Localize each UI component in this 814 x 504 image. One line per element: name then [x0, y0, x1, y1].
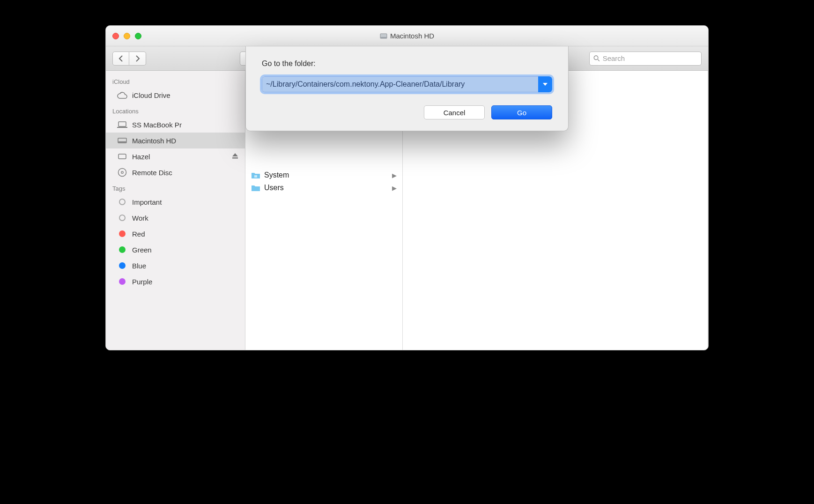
sidebar-item-label: SS MacBook Pr	[132, 121, 238, 129]
sidebar-section-tags: Tags	[106, 180, 245, 194]
forward-button[interactable]	[129, 52, 146, 66]
sidebar-tag-work[interactable]: Work	[106, 210, 245, 226]
sidebar-item-label: Green	[132, 246, 238, 254]
sidebar-tag-important[interactable]: Important	[106, 194, 245, 210]
sidebar-item-macintosh-hd[interactable]: Macintosh HD	[106, 133, 245, 148]
sidebar-tag-blue[interactable]: Blue	[106, 258, 245, 274]
sidebar-item-label: Blue	[132, 262, 238, 270]
nav-buttons	[112, 52, 146, 66]
disc-icon	[117, 167, 127, 178]
sidebar-item-label: Macintosh HD	[132, 137, 238, 145]
cloud-icon	[117, 90, 127, 100]
svg-rect-27	[118, 122, 126, 126]
sidebar-item-label: Work	[132, 214, 238, 222]
sidebar-tag-green[interactable]: Green	[106, 242, 245, 258]
titlebar: Macintosh HD	[106, 26, 708, 46]
harddrive-icon	[380, 32, 387, 40]
folder-icon	[251, 171, 260, 179]
window-title-text: Macintosh HD	[390, 32, 434, 40]
svg-rect-31	[118, 154, 126, 159]
tag-dot-icon	[117, 245, 127, 255]
folder-name: System	[264, 171, 289, 179]
svg-rect-35	[254, 175, 257, 178]
svg-rect-1	[381, 37, 386, 38]
button-label: Go	[517, 109, 526, 117]
minimize-window-button[interactable]	[124, 33, 130, 39]
path-input[interactable]	[262, 76, 538, 92]
sidebar-item-label: Remote Disc	[132, 169, 238, 177]
maximize-window-button[interactable]	[135, 33, 141, 39]
go-to-folder-dialog: Go to the folder: Cancel Go	[245, 46, 569, 131]
button-label: Cancel	[444, 109, 466, 117]
svg-rect-30	[118, 141, 126, 142]
svg-rect-28	[117, 127, 127, 128]
folder-name: Users	[264, 184, 284, 192]
folder-icon	[251, 184, 260, 192]
chevron-right-icon: ▶	[392, 172, 397, 179]
chevron-right-icon: ▶	[392, 185, 397, 192]
tag-dot-icon	[117, 229, 127, 239]
tag-dot-icon	[117, 197, 127, 207]
sidebar-item-remote-disc[interactable]: Remote Disc	[106, 164, 245, 180]
svg-point-34	[121, 171, 123, 173]
svg-rect-0	[380, 34, 387, 38]
svg-point-26	[594, 56, 598, 60]
sidebar-tag-red[interactable]: Red	[106, 226, 245, 242]
sidebar: iCloud iCloud Drive Locations SS MacBook…	[106, 71, 245, 350]
sidebar-item-label: Purple	[132, 278, 238, 286]
path-dropdown-button[interactable]	[538, 76, 552, 92]
sidebar-item-icloud-drive[interactable]: iCloud Drive	[106, 87, 245, 103]
window-title: Macintosh HD	[106, 32, 708, 40]
sidebar-item-hazel[interactable]: Hazel	[106, 148, 245, 164]
sidebar-item-label: Important	[132, 198, 238, 206]
finder-window: Macintosh HD	[105, 25, 709, 350]
sidebar-section-icloud: iCloud	[106, 74, 245, 87]
dialog-actions: Cancel Go	[262, 105, 552, 119]
harddrive-icon	[117, 135, 127, 146]
folder-row-system[interactable]: System ▶	[245, 169, 402, 182]
laptop-icon	[117, 119, 127, 130]
tag-dot-icon	[117, 260, 127, 271]
svg-rect-32	[232, 157, 238, 159]
dialog-title: Go to the folder:	[262, 59, 552, 68]
back-button[interactable]	[112, 52, 129, 66]
close-window-button[interactable]	[112, 33, 119, 39]
sidebar-item-label: Red	[132, 230, 238, 238]
sidebar-item-ss-macbook[interactable]: SS MacBook Pr	[106, 117, 245, 133]
traffic-lights	[112, 33, 141, 39]
search-field[interactable]	[589, 52, 702, 66]
folder-row-users[interactable]: Users ▶	[245, 182, 402, 194]
path-combo	[262, 76, 552, 92]
cancel-button[interactable]: Cancel	[424, 105, 485, 119]
sidebar-tag-purple[interactable]: Purple	[106, 274, 245, 289]
go-button[interactable]: Go	[491, 105, 552, 119]
search-input[interactable]	[603, 54, 697, 62]
external-drive-icon	[117, 151, 127, 162]
tag-dot-icon	[117, 276, 127, 287]
chevron-down-icon	[543, 83, 548, 86]
svg-point-33	[118, 169, 126, 177]
eject-icon[interactable]	[232, 153, 238, 161]
sidebar-section-locations: Locations	[106, 103, 245, 117]
tag-dot-icon	[117, 213, 127, 223]
search-icon	[593, 55, 600, 62]
sidebar-item-label: iCloud Drive	[132, 91, 238, 99]
sidebar-item-label: Hazel	[132, 153, 227, 161]
